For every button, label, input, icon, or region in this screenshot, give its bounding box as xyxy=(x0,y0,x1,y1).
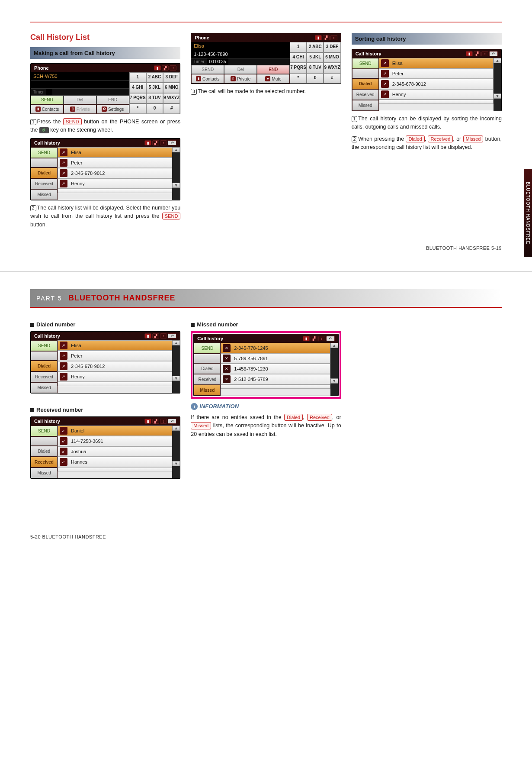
tab-missed[interactable]: Missed xyxy=(31,189,58,200)
tab-send[interactable]: SEND xyxy=(31,147,58,158)
settings-button[interactable]: ✿Settings xyxy=(96,104,129,114)
list-item[interactable]: ↗Elisa xyxy=(379,58,494,68)
scroll-up-icon[interactable]: ▲ xyxy=(330,343,338,348)
missed-icon: ✕ xyxy=(223,365,231,373)
key-3[interactable]: 3 DEF xyxy=(324,42,340,52)
back-icon[interactable]: ↶ xyxy=(168,333,176,339)
key-hash[interactable]: # xyxy=(163,103,180,114)
tab-received[interactable]: Received xyxy=(31,371,58,382)
tab-missed[interactable]: Missed xyxy=(31,468,58,478)
key-9[interactable]: 9 WXYZ xyxy=(324,63,340,73)
list-item[interactable]: ✕5-789-456-7891 xyxy=(221,353,330,364)
scroll-down-icon[interactable]: ▼ xyxy=(330,378,338,384)
tab-send[interactable]: SEND xyxy=(194,343,221,354)
scroll-down-icon[interactable]: ▼ xyxy=(172,461,180,466)
outgoing-icon: ↗ xyxy=(60,373,67,381)
key-5[interactable]: 5 JKL xyxy=(146,83,163,93)
mute-button[interactable]: ●Mute xyxy=(257,74,290,84)
outgoing-icon: ↗ xyxy=(60,148,67,156)
list-item[interactable]: ↗Elisa xyxy=(58,147,172,158)
key-star[interactable]: * xyxy=(290,73,307,84)
tab-received[interactable]: Received xyxy=(31,178,58,189)
caller-name: Elisa xyxy=(191,42,290,50)
scroll-down-icon[interactable]: ▼ xyxy=(172,376,180,381)
back-icon[interactable]: ↶ xyxy=(326,336,335,341)
list-item[interactable]: ↗2-345-678-9012 xyxy=(379,79,494,89)
tab-received[interactable]: Received xyxy=(352,89,379,100)
key-1[interactable]: 1 xyxy=(290,42,307,52)
list-item[interactable]: ↗Peter xyxy=(379,68,494,79)
key-5[interactable]: 5 JKL xyxy=(307,52,324,63)
key-6[interactable]: 6 MNO xyxy=(163,83,180,93)
key-0[interactable]: 0 xyxy=(307,73,324,84)
tab-dialed[interactable]: Dialed xyxy=(352,78,379,89)
outgoing-icon: ↗ xyxy=(381,80,389,88)
back-icon[interactable]: ↶ xyxy=(168,419,176,424)
tab-dialed[interactable]: Dialed xyxy=(31,361,58,371)
contacts-button[interactable]: ▮Contacts xyxy=(191,74,224,84)
end-button[interactable]: END xyxy=(257,65,290,74)
tab-send[interactable]: SEND xyxy=(352,58,379,69)
end-button[interactable]: END xyxy=(96,95,129,104)
list-item[interactable]: ↙Hannes xyxy=(58,457,172,467)
key-0[interactable]: 0 xyxy=(146,103,163,114)
scroll-down-icon[interactable]: ▼ xyxy=(494,94,501,99)
send-button[interactable]: SEND xyxy=(31,95,64,104)
scroll-up-icon[interactable]: ▲ xyxy=(494,58,501,63)
tab-dialed[interactable]: Dialed xyxy=(31,446,58,457)
list-item[interactable]: ↗Peter xyxy=(58,158,172,168)
back-icon[interactable]: ↶ xyxy=(489,51,498,56)
list-item[interactable]: ↗Henny xyxy=(58,371,172,382)
key-6[interactable]: 6 MNO xyxy=(324,52,340,63)
tab-missed[interactable]: Missed xyxy=(31,382,58,393)
key-star[interactable]: * xyxy=(129,103,146,114)
back-icon[interactable]: ↶ xyxy=(168,140,176,145)
list-item[interactable]: ↙Joshua xyxy=(58,446,172,457)
scroll-up-icon[interactable]: ▲ xyxy=(172,147,180,152)
tab-dialed[interactable]: Dialed xyxy=(194,363,221,374)
del-button[interactable]: Del xyxy=(64,95,96,104)
key-8[interactable]: 8 TUV xyxy=(146,93,163,103)
private-button[interactable]: ▯Private xyxy=(224,74,257,84)
key-3[interactable]: 3 DEF xyxy=(163,72,180,83)
tab-send[interactable]: SEND xyxy=(31,426,58,436)
caller-number: 1-123-456-7890 xyxy=(191,50,290,58)
key-7[interactable]: 7 PQRS xyxy=(290,63,307,73)
list-item[interactable]: ↗Henny xyxy=(58,178,172,189)
list-item[interactable]: ↗Peter xyxy=(58,351,172,361)
list-item[interactable]: ✕2-512-345-6789 xyxy=(221,374,330,384)
tab-received[interactable]: Received xyxy=(31,457,58,468)
list-item[interactable]: ✕2-345-778-1245 xyxy=(221,343,330,353)
list-item[interactable]: ↙114-7258-3691 xyxy=(58,436,172,446)
scroll-down-icon[interactable]: ▼ xyxy=(172,183,180,188)
mute-icon: ● xyxy=(265,76,270,81)
tab-send[interactable]: SEND xyxy=(31,340,58,351)
key-1[interactable]: 1 xyxy=(129,72,146,83)
key-hash[interactable]: # xyxy=(324,73,340,84)
tab-missed[interactable]: Missed xyxy=(194,385,221,396)
key-7[interactable]: 7 PQRS xyxy=(129,93,146,103)
key-2[interactable]: 2 ABC xyxy=(307,42,324,52)
tab-dialed[interactable]: Dialed xyxy=(31,168,58,178)
list-item[interactable]: ↗2-345-678-9012 xyxy=(58,361,172,371)
information-heading: iINFORMATION xyxy=(191,403,341,410)
key-4[interactable]: 4 GHI xyxy=(129,83,146,93)
key-8[interactable]: 8 TUV xyxy=(307,63,324,73)
key-2[interactable]: 2 ABC xyxy=(146,72,163,83)
list-item[interactable]: ↙Daniel xyxy=(58,426,172,436)
private-button[interactable]: ▯Private xyxy=(64,104,96,114)
key-9[interactable]: 9 WXYZ xyxy=(163,93,180,103)
list-item[interactable]: ↗Elisa xyxy=(58,340,172,351)
list-item[interactable]: ↗Henny xyxy=(379,89,494,100)
scroll-up-icon[interactable]: ▲ xyxy=(172,426,180,431)
contacts-button[interactable]: ▮Contacts xyxy=(31,104,64,114)
signal-icon: ▞ xyxy=(311,336,317,341)
page-footer-left: 5-20 BLUETOOTH HANDSFREE xyxy=(30,534,502,539)
tab-missed[interactable]: Missed xyxy=(352,100,379,111)
list-item[interactable]: ✕1-456-789-1230 xyxy=(221,364,330,374)
battery-icon: ▮ xyxy=(303,336,310,341)
scroll-up-icon[interactable]: ▲ xyxy=(172,340,180,345)
list-item[interactable]: ↗2-345-678-9012 xyxy=(58,168,172,178)
key-4[interactable]: 4 GHI xyxy=(290,52,307,63)
tab-received[interactable]: Received xyxy=(194,374,221,385)
